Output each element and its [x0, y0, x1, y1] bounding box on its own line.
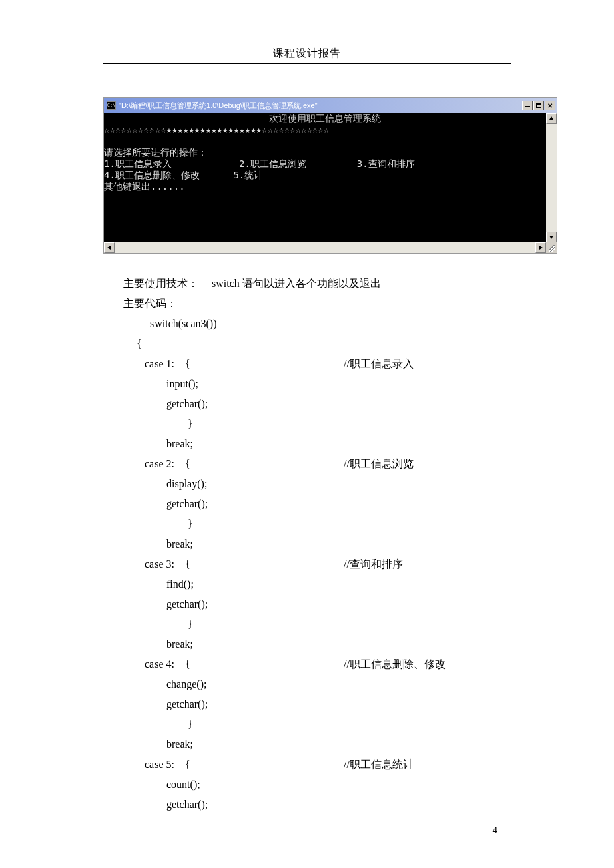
star-row-right: ☆☆☆☆☆☆☆☆☆☆☆☆ — [262, 124, 329, 135]
console-window: C:\ "D:\编程\职工信息管理系统1.0\Debug\职工信息管理系统.ex… — [103, 97, 557, 254]
scroll-track[interactable] — [546, 124, 557, 232]
header-underline — [103, 63, 511, 64]
code-call: display(); — [123, 474, 511, 494]
console-opt2: 2.职工信息浏览 — [239, 158, 306, 169]
console-welcome-line: 欢迎使用职工信息管理系统 — [104, 113, 546, 124]
code-break: break; — [123, 634, 511, 654]
code-close-inner: } — [123, 614, 511, 634]
console-exit: 其他键退出...... — [104, 181, 185, 192]
code-call: count(); — [123, 775, 511, 795]
maximize-button[interactable] — [533, 101, 544, 110]
code-call: change(); — [123, 674, 511, 694]
code-getchar: getchar(); — [123, 594, 511, 614]
resize-grip[interactable] — [546, 242, 557, 253]
svg-marker-0 — [549, 116, 553, 120]
code-call: find(); — [123, 574, 511, 594]
code-break: break; — [123, 434, 511, 454]
code-comment: //查询和排序 — [344, 554, 403, 574]
code-call: input(); — [123, 374, 511, 394]
horizontal-scrollbar[interactable] — [104, 242, 557, 253]
window-title-text: "D:\编程\职工信息管理系统1.0\Debug\职工信息管理系统.exe" — [119, 101, 522, 111]
code-close-inner: } — [123, 414, 511, 434]
page-header-title: 课程设计报告 — [103, 47, 511, 61]
close-button[interactable]: ✕ — [545, 101, 555, 110]
code-open-brace: { — [123, 334, 511, 354]
code-label: 主要代码： — [123, 294, 511, 314]
scroll-right-button[interactable] — [535, 242, 546, 253]
code-break: break; — [123, 534, 511, 554]
code-comment: //职工信息删除、修改 — [344, 654, 446, 674]
code-close-inner: } — [123, 714, 511, 734]
code-getchar: getchar(); — [123, 795, 511, 815]
scroll-track-h[interactable] — [115, 242, 535, 253]
vertical-scrollbar[interactable] — [546, 113, 557, 242]
console-opt3: 3.查询和排序 — [357, 158, 415, 169]
console-opt5: 5.统计 — [233, 170, 263, 180]
minimize-button[interactable] — [522, 101, 533, 110]
code-getchar: getchar(); — [123, 394, 511, 414]
code-switch: switch(scan3()) — [123, 314, 511, 334]
document-body-text: 主要使用技术： switch 语句以进入各个功能以及退出 主要代码： switc… — [103, 274, 511, 815]
code-close-inner: } — [123, 514, 511, 534]
svg-marker-1 — [549, 236, 553, 239]
code-comment: //职工信息录入 — [344, 354, 414, 374]
code-getchar: getchar(); — [123, 494, 511, 514]
tech-value: switch 语句以进入各个功能以及退出 — [212, 278, 381, 289]
code-comment: //职工信息浏览 — [344, 454, 414, 474]
scroll-down-button[interactable] — [546, 232, 557, 242]
page-number: 4 — [493, 825, 498, 836]
console-output: 欢迎使用职工信息管理系统☆☆☆☆☆☆☆☆☆☆☆★★★★★★★★★★★★★★★★★… — [104, 113, 546, 242]
star-row-mid: ★★★★★★★★★★★★★★★★★ — [166, 124, 262, 135]
svg-marker-2 — [107, 246, 111, 250]
svg-marker-3 — [539, 246, 543, 250]
window-titlebar: C:\ "D:\编程\职工信息管理系统1.0\Debug\职工信息管理系统.ex… — [104, 98, 557, 113]
code-comment: //职工信息统计 — [344, 754, 414, 775]
tech-label: 主要使用技术： — [123, 278, 198, 289]
code-getchar: getchar(); — [123, 694, 511, 714]
console-opt4: 4.职工信息删除、修改 — [104, 170, 200, 180]
console-prompt: 请选择所要进行的操作： — [104, 147, 207, 158]
star-row-left: ☆☆☆☆☆☆☆☆☆☆☆ — [104, 124, 166, 135]
cmd-icon: C:\ — [107, 101, 116, 110]
scroll-left-button[interactable] — [104, 242, 115, 253]
console-opt1: 1.职工信息录入 — [104, 158, 172, 169]
scroll-up-button[interactable] — [546, 113, 557, 124]
code-break: break; — [123, 734, 511, 754]
